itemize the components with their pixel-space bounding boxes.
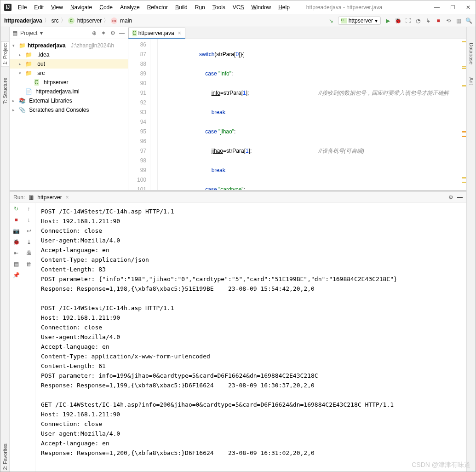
menu-code[interactable]: Code	[97, 3, 115, 12]
breadcrumb-class[interactable]: httpserver	[77, 17, 102, 24]
rerun-icon[interactable]: ↻	[14, 206, 18, 212]
breadcrumb-src[interactable]: src	[52, 17, 59, 24]
search-everywhere-icon[interactable]: 🔍	[465, 17, 472, 24]
chevron-down-icon[interactable]: ▾	[40, 30, 43, 36]
scroll-end-icon[interactable]: ⤓	[27, 239, 31, 245]
fold-gutter[interactable]	[150, 39, 158, 190]
down-icon[interactable]: ↓	[28, 217, 30, 223]
menu-file[interactable]: FFileile	[15, 3, 29, 12]
locate-icon[interactable]: ⊕	[91, 30, 97, 36]
minimize-button[interactable]: —	[433, 4, 441, 11]
close-tab-icon[interactable]: ×	[178, 30, 181, 36]
gear-icon[interactable]: ⚙	[448, 194, 453, 201]
editor-tab-label: httpserver.java	[138, 30, 174, 36]
project-tool-window: ▤ Project ▾ ⊕ ✶ ⚙ — ▾📁 httpreaderjava J:…	[10, 27, 128, 190]
sidebar-tab-ant[interactable]: Ant	[468, 75, 475, 87]
close-run-tab-icon[interactable]: ×	[66, 194, 69, 201]
maximize-button[interactable]: ☐	[449, 4, 456, 11]
menu-build[interactable]: Build	[172, 3, 190, 12]
profile-icon[interactable]: ◔	[415, 17, 421, 24]
menu-window[interactable]: Window	[248, 3, 274, 12]
run-tab-name[interactable]: httpserver	[37, 194, 62, 201]
tree-httpserver[interactable]: C httpserver	[10, 78, 128, 87]
method-icon: m	[111, 17, 117, 24]
attach-icon[interactable]: ↳	[425, 17, 431, 24]
tree-iml[interactable]: 📄 httpreaderjava.iml	[10, 87, 128, 96]
run-icon[interactable]: ▶	[384, 17, 391, 24]
tree-root[interactable]: ▾📁 httpreaderjava J:\zhangjin2024\h	[10, 41, 128, 50]
clear-icon[interactable]: 🗑	[26, 261, 32, 267]
window-title: httpreaderjava - httpserver.java	[306, 4, 382, 11]
tree-scratches[interactable]: ▸📎 Scratches and Consoles	[10, 105, 128, 115]
menu-tools[interactable]: Tools	[210, 3, 228, 12]
class-icon: C	[341, 18, 347, 23]
line-number-gutter: 8687888990919293949596979899100101	[128, 39, 150, 190]
run-label: Run:	[13, 194, 25, 201]
menu-navigate[interactable]: Navigate	[68, 3, 95, 12]
menu-analyze[interactable]: Analyze	[117, 3, 143, 12]
menu-view[interactable]: View	[48, 3, 66, 12]
project-tree: ▾📁 httpreaderjava J:\zhangjin2024\h ▸📁 .…	[10, 39, 128, 116]
run-config-name: httpserver	[349, 17, 373, 24]
sidebar-tab-favorites[interactable]: 2: Favorites	[1, 442, 9, 472]
layout-icon[interactable]: ▥	[455, 17, 462, 24]
breadcrumb-method[interactable]: main	[120, 17, 132, 24]
hide-run-icon[interactable]: —	[457, 194, 463, 201]
class-icon: C	[132, 30, 137, 36]
run-config-selector[interactable]: C httpserver ▾	[338, 17, 381, 25]
project-panel-title[interactable]: Project	[20, 30, 37, 36]
app-logo-icon: IJ	[4, 4, 11, 11]
layout-icon[interactable]: ▤	[14, 261, 19, 267]
project-view-icon: ▤	[12, 30, 17, 36]
tree-src[interactable]: ▾📁 src	[10, 69, 128, 78]
hide-icon[interactable]: —	[119, 30, 125, 36]
run-tab-icon: ▥	[29, 194, 34, 201]
sidebar-tab-database[interactable]: Database	[468, 41, 475, 66]
marker-strip[interactable]	[461, 39, 466, 190]
title-bar: IJ FFileile Edit View Navigate Code Anal…	[0, 0, 476, 14]
run-tool-window: Run: ▥ httpserver × ⚙ — ↻ ■ 📷 🐞 ⇤ ▤ 📌	[10, 190, 466, 472]
class-icon: C	[68, 17, 75, 24]
up-icon[interactable]: ↑	[28, 206, 30, 212]
editor-tab-httpserver[interactable]: C httpserver.java ×	[128, 28, 185, 39]
breadcrumb-project[interactable]: httpreaderjava	[4, 17, 42, 24]
sidebar-tab-structure[interactable]: 7: Structure	[1, 76, 9, 106]
stop-icon[interactable]: ■	[435, 17, 442, 24]
menu-vcs[interactable]: VCS	[230, 3, 247, 12]
navigation-bar: httpreaderjava 〉 src 〉 C httpserver 〉 m …	[0, 14, 476, 27]
menu-refactor[interactable]: Refactor	[144, 3, 171, 12]
class-icon: C	[34, 79, 39, 86]
dump-camera-icon[interactable]: 📷	[13, 228, 20, 234]
stop-icon[interactable]: ■	[14, 217, 17, 223]
build-hammer-icon[interactable]: ↘	[328, 17, 334, 24]
soft-wrap-icon[interactable]: ↩	[27, 228, 31, 234]
print-icon[interactable]: 🖶	[26, 250, 32, 256]
main-menu: FFileile Edit View Navigate Code Analyze…	[15, 3, 292, 12]
menu-run[interactable]: Run	[192, 3, 208, 12]
console-output[interactable]: POST /IC-14WStest/IC-14h.asp HTTP/1.1 Ho…	[35, 203, 466, 472]
tree-idea[interactable]: ▸📁 .idea	[10, 50, 128, 59]
gear-icon[interactable]: ⚙	[109, 30, 116, 36]
tree-out[interactable]: ▸📁 out	[10, 59, 128, 69]
restart-debug-icon[interactable]: 🐞	[13, 239, 20, 245]
expand-all-icon[interactable]: ✶	[100, 30, 107, 36]
chevron-down-icon: ▾	[375, 17, 378, 24]
menu-edit[interactable]: Edit	[31, 3, 46, 12]
exit-icon[interactable]: ⇤	[14, 250, 18, 256]
coverage-icon[interactable]: ⛶	[405, 17, 411, 24]
menu-help[interactable]: Help	[275, 3, 292, 12]
code-content[interactable]: switch(strPara[0]){ case "info": info=st…	[158, 39, 461, 190]
debug-icon[interactable]: 🐞	[395, 17, 401, 24]
pin-icon[interactable]: 📌	[13, 272, 20, 278]
update-icon[interactable]: ⟲	[445, 17, 452, 24]
editor: C httpserver.java × 86878889909192939495…	[128, 27, 466, 190]
sidebar-tab-project[interactable]: 1: Project	[1, 41, 9, 67]
tree-external-libs[interactable]: ▸📚 External Libraries	[10, 96, 128, 105]
close-button[interactable]: ✕	[465, 4, 472, 11]
